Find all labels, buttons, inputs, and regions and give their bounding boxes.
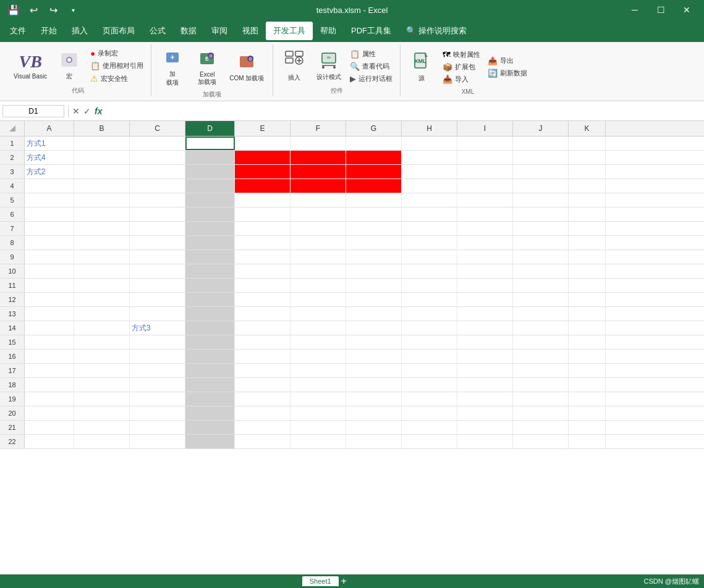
cell-c6[interactable] xyxy=(130,208,185,221)
view-code-button[interactable]: 🔍 查看代码 xyxy=(347,61,395,72)
cell-d14[interactable] xyxy=(185,321,235,335)
cell-f10[interactable] xyxy=(291,264,346,278)
cell-k14[interactable] xyxy=(569,321,606,335)
cell-i8[interactable] xyxy=(457,236,513,250)
cell-f5[interactable] xyxy=(291,193,346,207)
cell-c8[interactable] xyxy=(130,236,185,250)
cell-b6[interactable] xyxy=(74,208,130,221)
row-header[interactable]: 4 xyxy=(0,179,25,193)
cell-a9[interactable] xyxy=(25,250,74,264)
cell-d1[interactable] xyxy=(185,136,235,150)
cell-g12[interactable] xyxy=(346,293,402,306)
cell-c4[interactable] xyxy=(130,179,185,193)
cell-b8[interactable] xyxy=(74,236,130,250)
menu-file[interactable]: 文件 xyxy=(2,22,33,40)
cell-h10[interactable] xyxy=(402,264,457,278)
cell-c7[interactable] xyxy=(130,222,185,235)
cell-d3[interactable] xyxy=(185,165,235,178)
cell-g4[interactable] xyxy=(346,179,402,193)
cell-b3[interactable] xyxy=(74,165,130,178)
cell-g2[interactable] xyxy=(346,151,402,164)
cell-e2[interactable] xyxy=(235,151,291,164)
cell-k6[interactable] xyxy=(569,208,606,221)
cell-h4[interactable] xyxy=(402,179,457,193)
col-header-b[interactable]: B xyxy=(74,121,130,136)
cell-j9[interactable] xyxy=(513,250,569,264)
cell-k13[interactable] xyxy=(569,307,606,321)
cell-h9[interactable] xyxy=(402,250,457,264)
add-addin-button[interactable]: + 加载项 xyxy=(156,47,189,89)
cell-i4[interactable] xyxy=(457,179,513,193)
cell-g11[interactable] xyxy=(346,279,402,292)
cell-a5[interactable] xyxy=(25,193,74,207)
grid-container[interactable]: 1 方式1 2 方式4 xyxy=(0,136,704,588)
cell-b9[interactable] xyxy=(74,250,130,264)
cell-j5[interactable] xyxy=(513,193,569,207)
sheet-tab-active[interactable]: Sheet1 xyxy=(302,576,339,586)
cell-e5[interactable] xyxy=(235,193,291,207)
visual-basic-button[interactable]: VB Visual Basic xyxy=(10,48,51,85)
menu-formula[interactable]: 公式 xyxy=(142,22,173,40)
cell-c2[interactable] xyxy=(130,151,185,164)
export-button[interactable]: 📤 导出 xyxy=(485,55,530,67)
cell-f11[interactable] xyxy=(291,279,346,292)
cell-h1[interactable] xyxy=(402,136,457,150)
cell-c9[interactable] xyxy=(130,250,185,264)
cell-b4[interactable] xyxy=(74,179,130,193)
cell-j3[interactable] xyxy=(513,165,569,178)
cell-k4[interactable] xyxy=(569,179,606,193)
cell-j11[interactable] xyxy=(513,279,569,292)
cell-h6[interactable] xyxy=(402,208,457,221)
row-header[interactable]: 16 xyxy=(0,350,25,363)
cell-k12[interactable] xyxy=(569,293,606,306)
cell-e1[interactable] xyxy=(235,136,291,150)
row-header[interactable]: 20 xyxy=(0,406,25,420)
cell-i3[interactable] xyxy=(457,165,513,178)
menu-layout[interactable]: 页面布局 xyxy=(95,22,142,40)
cell-e11[interactable] xyxy=(235,279,291,292)
cell-i14[interactable] xyxy=(457,321,513,335)
cell-k9[interactable] xyxy=(569,250,606,264)
cell-f12[interactable] xyxy=(291,293,346,306)
com-addin-button[interactable]: ⚙ COM 加载项 xyxy=(226,49,268,86)
cell-a13[interactable] xyxy=(25,307,74,321)
cell-a14[interactable] xyxy=(25,321,74,335)
cell-i7[interactable] xyxy=(457,222,513,235)
cell-d2[interactable] xyxy=(185,151,235,164)
cell-g13[interactable] xyxy=(346,307,402,321)
cell-d11[interactable] xyxy=(185,279,235,292)
cell-i2[interactable] xyxy=(457,151,513,164)
cell-i1[interactable] xyxy=(457,136,513,150)
cell-a2[interactable]: 方式4 xyxy=(25,151,74,164)
row-header[interactable]: 17 xyxy=(0,364,25,377)
col-header-c[interactable]: C xyxy=(130,121,185,136)
cell-d9[interactable] xyxy=(185,250,235,264)
cell-e6[interactable] xyxy=(235,208,291,221)
macro-button[interactable]: 宏 xyxy=(53,48,85,85)
cell-b14[interactable] xyxy=(74,321,130,335)
cell-j13[interactable] xyxy=(513,307,569,321)
redo-button[interactable]: ↪ xyxy=(45,1,62,19)
col-header-k[interactable]: K xyxy=(569,121,606,136)
cell-k2[interactable] xyxy=(569,151,606,164)
cell-f1[interactable] xyxy=(291,136,346,150)
cell-j10[interactable] xyxy=(513,264,569,278)
macro-security-button[interactable]: ⚠ 宏安全性 xyxy=(88,72,146,85)
cell-d6[interactable] xyxy=(185,208,235,221)
cell-k11[interactable] xyxy=(569,279,606,292)
relative-ref-button[interactable]: 📋 使用相对引用 xyxy=(88,60,146,72)
cell-f6[interactable] xyxy=(291,208,346,221)
col-header-h[interactable]: H xyxy=(402,121,457,136)
cell-a7[interactable] xyxy=(25,222,74,235)
cell-c11[interactable] xyxy=(130,279,185,292)
cell-a4[interactable] xyxy=(25,179,74,193)
cell-k5[interactable] xyxy=(569,193,606,207)
customize-button[interactable]: ▾ xyxy=(64,1,82,19)
cell-h11[interactable] xyxy=(402,279,457,292)
menu-data[interactable]: 数据 xyxy=(173,22,204,40)
cell-f13[interactable] xyxy=(291,307,346,321)
cell-b13[interactable] xyxy=(74,307,130,321)
cell-i6[interactable] xyxy=(457,208,513,221)
cell-b11[interactable] xyxy=(74,279,130,292)
cell-j2[interactable] xyxy=(513,151,569,164)
